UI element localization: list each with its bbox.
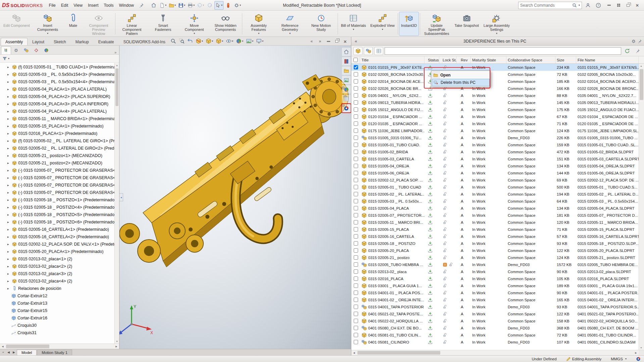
file-row[interactable]: 0101 01015_PIN _30x97 EXTE...AIn WorkCom… xyxy=(351,64,639,71)
tree-item[interactable]: Cortar-Extruir12 xyxy=(0,292,114,300)
file-row[interactable]: 0315 02005-11 _ MARCO BRI...AIn WorkComm… xyxy=(351,219,639,226)
expand-arrow-icon[interactable]: ▸ xyxy=(7,228,11,231)
file-row[interactable]: 0315 02005-02 _ PL. LATERAL...AIn WorkCo… xyxy=(351,191,639,198)
dropdown-caret-icon[interactable]: ▾ xyxy=(194,32,195,35)
tree-item[interactable]: Croquis30 xyxy=(0,322,114,329)
file-row[interactable]: 0315 02005-07_ PROTECTOR...AIn WorkCommo… xyxy=(351,212,639,219)
expand-arrow-icon[interactable]: ▸ xyxy=(7,198,11,202)
panel-pin-button[interactable] xyxy=(633,47,642,55)
expand-arrow-icon[interactable]: ▸ xyxy=(7,272,11,275)
tree-item[interactable]: ▸0315 02013-02_placa<3> (2) xyxy=(0,270,114,277)
dropdown-caret-icon[interactable]: ▾ xyxy=(242,40,243,43)
row-checkbox[interactable] xyxy=(354,234,358,239)
minimize-document-button[interactable] xyxy=(325,38,332,45)
expand-arrow-icon[interactable]: ▸ xyxy=(7,250,11,253)
expand-arrow-icon[interactable]: ▸ xyxy=(7,220,11,224)
file-row[interactable]: 0315 02005-21_ postizoAIn WorkCommon Spa… xyxy=(351,254,639,261)
tree-item[interactable]: ▸0315 02013-02_placa<4> (2) xyxy=(0,277,114,285)
file-row[interactable]: 0102 02014_BOCINA DE ACE...AIn WorkCommo… xyxy=(351,78,639,85)
scroll-right-icon[interactable]: ▶ xyxy=(114,345,119,348)
units-selector[interactable]: MMGS ▾ xyxy=(611,357,627,361)
tree-item[interactable]: ▸0315 02005-11 _ MARCO BRIDA<1> (Predete… xyxy=(0,115,114,122)
menu-view[interactable]: View xyxy=(71,2,85,9)
3d-mouse-button[interactable] xyxy=(224,1,233,10)
filter-assemblies-button[interactable] xyxy=(364,47,373,55)
row-checkbox[interactable] xyxy=(354,333,358,337)
dropdown-caret-icon[interactable]: ▾ xyxy=(184,4,185,7)
tab-scroll-left-button[interactable]: ◀ xyxy=(6,351,11,354)
row-checkbox[interactable] xyxy=(354,319,358,323)
options-button[interactable]: ▾ xyxy=(233,1,242,10)
scroll-right-icon[interactable]: ▶ xyxy=(633,352,639,354)
column-header-rev[interactable]: Rev xyxy=(457,56,471,63)
solidworks-resources-tab[interactable] xyxy=(342,48,351,56)
file-row[interactable]: 0315 01005-03_CARTELAAIn WorkCommon Spac… xyxy=(351,155,639,162)
row-checkbox[interactable] xyxy=(354,269,358,274)
gear-icon[interactable] xyxy=(631,39,636,44)
pin-menu-button[interactable] xyxy=(137,3,145,8)
tree-item[interactable]: ▸0315 02002-12_PLACA SOP. DE VALV.<1> (P… xyxy=(0,241,114,248)
row-checkbox[interactable] xyxy=(354,178,358,182)
scrollbar-thumb[interactable] xyxy=(640,69,643,100)
filter-dropdown-icon[interactable]: ▾ xyxy=(8,57,9,60)
boom-model[interactable] xyxy=(119,74,348,267)
view-palette-tab[interactable] xyxy=(342,76,351,84)
new-motion-study-button[interactable]: New Motion Study xyxy=(306,12,337,36)
row-checkbox[interactable] xyxy=(354,255,358,260)
tree-item[interactable]: ▸(-) 0315 02005-18 _ POSTIZO<6> (Predete… xyxy=(0,218,114,226)
tree-item[interactable]: ▸0315 02013-02_placa<2> (2) xyxy=(0,263,114,270)
new-document-button[interactable]: ▾ xyxy=(158,1,167,10)
scrollbar-track[interactable] xyxy=(5,344,114,349)
tab-configurationmanager[interactable] xyxy=(21,46,31,54)
tree-item[interactable]: ▸0315 02005-02 _ PL. LATERAL DE GIRO<2> … xyxy=(0,145,114,152)
row-checkbox[interactable] xyxy=(354,291,358,295)
save-button[interactable]: ▾ xyxy=(177,1,186,10)
appearances-scenes-tab[interactable] xyxy=(342,85,351,94)
select-button[interactable]: ▾ xyxy=(214,1,224,10)
expand-arrow-icon[interactable]: ▸ xyxy=(7,279,11,283)
instant3d-button[interactable]: Instant3D xyxy=(399,12,419,36)
filter-drawings-button[interactable] xyxy=(374,47,383,55)
dropdown-caret-icon[interactable]: ▾ xyxy=(202,40,203,43)
file-row[interactable]: 0315 02005-20_PLACAAIn WorkCommon Space1… xyxy=(351,247,639,254)
tree-item[interactable]: ▸(-) 0315 02005-18 _ POSTIZO<1> (Predete… xyxy=(0,196,114,204)
expand-arrow-icon[interactable]: ▸ xyxy=(7,147,11,150)
zoom-fit-button[interactable] xyxy=(169,38,177,45)
file-row[interactable]: 0315 04001_TAPA POSTERIORAIn WorkDemo_FD… xyxy=(351,303,639,310)
select-all-checkbox[interactable] xyxy=(353,58,358,62)
file-explorer-tab[interactable] xyxy=(342,66,351,75)
file-row[interactable]: 0105 04001 _ NYLON _62X2...AIn WorkCommo… xyxy=(351,92,639,99)
file-row[interactable]: 0120 01035 _ ESPACIADOR ...AIn WorkCommo… xyxy=(351,120,639,127)
expand-arrow-icon[interactable]: ▸ xyxy=(7,124,11,128)
view-orientation-button[interactable]: ▾ xyxy=(205,38,214,45)
row-checkbox[interactable] xyxy=(354,262,358,267)
minimize-button[interactable] xyxy=(604,1,614,10)
file-row[interactable]: 0315 04001-02 _ OREJA INTE...AIn WorkCom… xyxy=(351,296,639,303)
file-row[interactable]: 0315 01005-06_OREJAAIn WorkCommon Space1… xyxy=(351,169,639,176)
apply-scene-button[interactable]: ▾ xyxy=(245,38,254,45)
file-row[interactable]: 0315 01005-01_TUBO CUAD.AIn WorkCommon S… xyxy=(351,141,639,148)
expand-arrow-icon[interactable]: ▸ xyxy=(7,102,11,106)
dropdown-caret-icon[interactable]: ▾ xyxy=(47,32,48,35)
context-menu-item-delete-from-this-pc[interactable]: Delete from this PC xyxy=(432,79,490,86)
row-checkbox[interactable] xyxy=(354,283,358,288)
mate-button[interactable]: Mate xyxy=(63,12,83,36)
expand-arrow-icon[interactable]: ▸ xyxy=(7,139,11,143)
scrollbar-thumb[interactable] xyxy=(357,351,440,355)
file-row[interactable]: 0315 03001 _ PLACA GUIA 1...AIn WorkComm… xyxy=(351,282,639,289)
tree-item[interactable]: ▸(-) 0315 02005-07_ PROTECTOR DE GRASERA… xyxy=(0,167,114,174)
menu-insert[interactable]: Insert xyxy=(85,2,101,9)
file-row[interactable]: 0401 05081_CILINDROAIn WorkDemo_FD03107 … xyxy=(351,339,639,346)
file-row[interactable]: 0401 05021-02_TAPA POSTE...AIn WorkCommo… xyxy=(351,310,639,317)
take-snapshot-button[interactable]: Take Snapshot xyxy=(452,12,481,36)
expand-arrow-icon[interactable]: ▸ xyxy=(7,176,11,179)
file-row[interactable]: 0315 02013-02_ placaAIn WorkCommon Space… xyxy=(351,268,639,275)
scrollbar-thumb[interactable] xyxy=(115,68,118,106)
tab-scroll-right-button[interactable]: ▶ xyxy=(11,351,16,354)
filter-parts-button[interactable] xyxy=(353,47,362,55)
hide-show-items-button[interactable]: ▾ xyxy=(225,38,234,45)
row-checkbox[interactable] xyxy=(354,72,358,76)
undo-button[interactable]: ▾ xyxy=(196,1,205,10)
row-checkbox[interactable] xyxy=(354,100,358,105)
column-header-maturity-state[interactable]: Maturity State xyxy=(471,56,506,63)
